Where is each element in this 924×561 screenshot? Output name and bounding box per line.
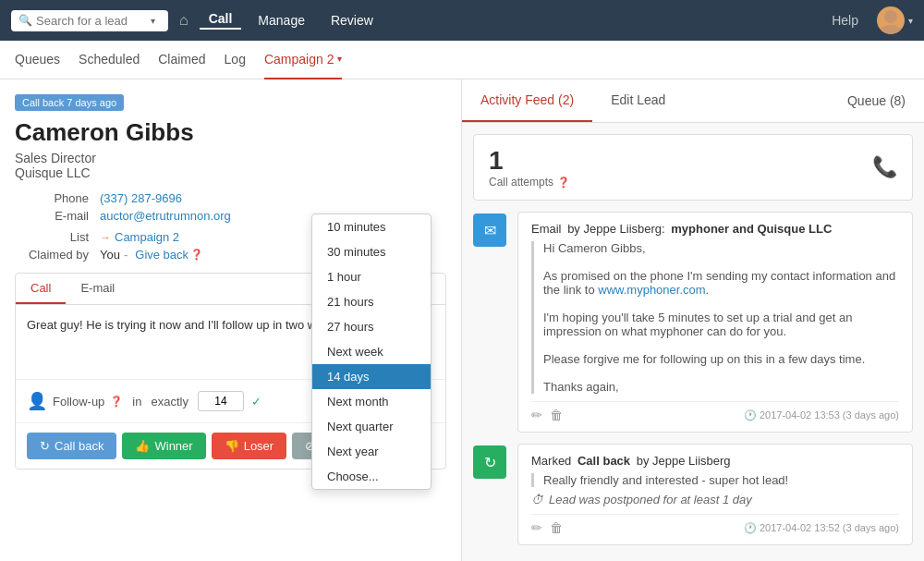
dropdown-item-14days[interactable]: 14 days	[312, 364, 431, 389]
give-back-link[interactable]: Give back	[135, 248, 188, 262]
dropdown-item-nextquarter[interactable]: Next quarter	[312, 414, 431, 439]
email-feed-time: 🕐 2017-04-02 13:53 (3 days ago)	[744, 409, 899, 421]
followup-value-input[interactable]	[198, 391, 244, 411]
call-count: 1	[489, 146, 570, 176]
lead-company: Quisque LLC	[15, 165, 446, 180]
followup-dropdown[interactable]: 10 minutes 30 minutes 1 hour 21 hours 27…	[311, 213, 432, 490]
subnav-campaign2[interactable]: Campaign 2 ▾	[264, 41, 343, 79]
svg-point-1	[880, 25, 902, 34]
subnav-claimed[interactable]: Claimed	[158, 41, 205, 79]
phone-row: Phone (337) 287-9696	[15, 191, 446, 205]
help-link[interactable]: Help	[832, 13, 858, 28]
myphoner-link[interactable]: www.myphoner.com	[598, 283, 705, 297]
callback-feed-quote: Really friendly and interested - super h…	[531, 473, 899, 487]
search-input[interactable]	[36, 14, 147, 28]
top-nav: 🔍 ▾ ⌂ Call Manage Review Help ▾	[0, 0, 924, 41]
email-value[interactable]: auctor@etrutrumnon.org	[100, 209, 231, 223]
callback-feed-time: 🕐 2017-04-02 13:52 (3 days ago)	[744, 522, 899, 534]
tab-queue[interactable]: Queue (8)	[829, 80, 924, 121]
followup-exactly-label: exactly	[151, 395, 188, 409]
callback-badge: Call back 7 days ago	[15, 94, 124, 111]
edit-icon[interactable]: ✏	[531, 408, 542, 422]
nav-manage[interactable]: Manage	[249, 13, 314, 28]
delete-callback-icon[interactable]: 🗑	[550, 520, 563, 535]
campaign-caret-icon: ▾	[337, 54, 342, 64]
email-label: E-mail	[15, 209, 89, 223]
loser-button[interactable]: 👎 Loser	[212, 433, 287, 459]
person-icon: 👤	[27, 391, 47, 411]
winner-thumb-icon: 👍	[135, 439, 150, 453]
dropdown-item-10min[interactable]: 10 minutes	[312, 214, 431, 239]
sub-nav: Queues Scheduled Claimed Log Campaign 2 …	[0, 41, 924, 79]
search-icon: 🔍	[18, 14, 32, 27]
callback-feed-title: Marked Call back by Jeppe Liisberg	[531, 454, 899, 468]
callback-button[interactable]: ↻ Call back	[27, 433, 116, 459]
callback-feed-bold: Call back	[578, 454, 630, 468]
list-label: List	[15, 230, 89, 244]
callback-feed-icon: ↻	[473, 445, 506, 479]
checkmark-icon: ✓	[251, 395, 261, 409]
activity-header: Activity Feed (2) Edit Lead Queue (8)	[462, 79, 924, 123]
callback-feed-actions: ✏ 🗑	[531, 520, 563, 535]
callback-feed-content: Marked Call back by Jeppe Liisberg Reall…	[517, 444, 913, 545]
delete-icon[interactable]: 🗑	[550, 408, 563, 422]
callback-feed-italic: ⏱ Lead was postponed for at least 1 day	[531, 493, 899, 506]
tab-edit-lead[interactable]: Edit Lead	[592, 79, 684, 122]
subnav-scheduled[interactable]: Scheduled	[79, 41, 140, 79]
call-attempts-box: 1 Call attempts ❓ 📞	[473, 134, 913, 201]
nav-call[interactable]: Call	[200, 11, 242, 30]
home-icon[interactable]: ⌂	[179, 12, 188, 29]
dropdown-item-30min[interactable]: 30 minutes	[312, 239, 431, 264]
callback-feed-footer: ✏ 🗑 🕐 2017-04-02 13:52 (3 days ago)	[531, 514, 899, 535]
question-call-icon: ❓	[557, 177, 570, 189]
winner-button[interactable]: 👍 Winner	[122, 433, 205, 459]
dropdown-item-nextweek[interactable]: Next week	[312, 339, 431, 364]
subnav-log[interactable]: Log	[225, 41, 246, 79]
email-feed-quote: Hi Cameron Gibbs, As promised on the pho…	[531, 241, 899, 394]
email-feed-icon: ✉	[473, 213, 506, 247]
note-tab-container: Call E-mail Great guy! He is trying it n…	[15, 273, 446, 470]
tab-email[interactable]: E-mail	[66, 274, 129, 304]
dropdown-item-nextyear[interactable]: Next year	[312, 439, 431, 464]
clock-small-icon: ⏱	[531, 493, 543, 506]
email-feed-title: Email by Jeppe Liisberg: myphoner and Qu…	[531, 222, 899, 236]
left-panel: Call back 7 days ago Cameron Gibbs Sales…	[0, 79, 462, 561]
list-value[interactable]: Campaign 2	[115, 230, 179, 244]
phone-label: Phone	[15, 191, 89, 205]
dropdown-item-21hr[interactable]: 21 hours	[312, 289, 431, 314]
search-box[interactable]: 🔍 ▾	[11, 10, 168, 31]
tab-call[interactable]: Call	[16, 274, 66, 304]
right-panel: Activity Feed (2) Edit Lead Queue (8) 1 …	[462, 79, 924, 561]
main-content: Call back 7 days ago Cameron Gibbs Sales…	[0, 79, 924, 561]
clock-callback-icon: 🕐	[744, 522, 757, 533]
subnav-queues[interactable]: Queues	[15, 41, 60, 79]
question-icon: ❓	[190, 249, 203, 261]
svg-point-0	[884, 10, 897, 23]
tab-activity-feed[interactable]: Activity Feed (2)	[462, 79, 592, 122]
search-caret-icon: ▾	[151, 16, 155, 26]
dropdown-item-choose[interactable]: Choose...	[312, 464, 431, 489]
followup-area: 👤 Follow-up ❓ in exactly ✓ 10 minutes 30…	[16, 379, 445, 422]
avatar[interactable]	[877, 6, 905, 34]
followup-left: 👤 Follow-up ❓ in exactly ✓ 10 minutes 30…	[27, 391, 261, 411]
followup-in-label: in	[132, 395, 141, 409]
question-followup-icon: ❓	[110, 396, 123, 408]
phone-value[interactable]: (337) 287-9696	[100, 191, 182, 205]
dropdown-item-nextmonth[interactable]: Next month	[312, 389, 431, 414]
email-feed-subject: myphoner and Quisque LLC	[671, 222, 832, 236]
dropdown-item-27hr[interactable]: 27 hours	[312, 314, 431, 339]
nav-review[interactable]: Review	[322, 13, 383, 28]
email-feed-content: Email by Jeppe Liisberg: myphoner and Qu…	[517, 212, 913, 433]
email-feed-actions: ✏ 🗑	[531, 408, 563, 422]
call-label: Call attempts ❓	[489, 176, 570, 189]
avatar-caret-icon[interactable]: ▾	[908, 16, 913, 26]
phone-icon[interactable]: 📞	[872, 155, 897, 179]
lead-name: Cameron Gibbs	[15, 118, 446, 147]
edit-callback-icon[interactable]: ✏	[531, 520, 542, 535]
dropdown-item-1hr[interactable]: 1 hour	[312, 264, 431, 289]
loser-thumb-icon: 👎	[225, 439, 239, 453]
clock-icon: 🕐	[744, 409, 757, 421]
claimed-label: Claimed by	[15, 248, 89, 262]
email-feed-footer: ✏ 🗑 🕐 2017-04-02 13:53 (3 days ago)	[531, 401, 899, 422]
callback-feed-item: ↻ Marked Call back by Jeppe Liisberg Rea…	[473, 444, 913, 545]
